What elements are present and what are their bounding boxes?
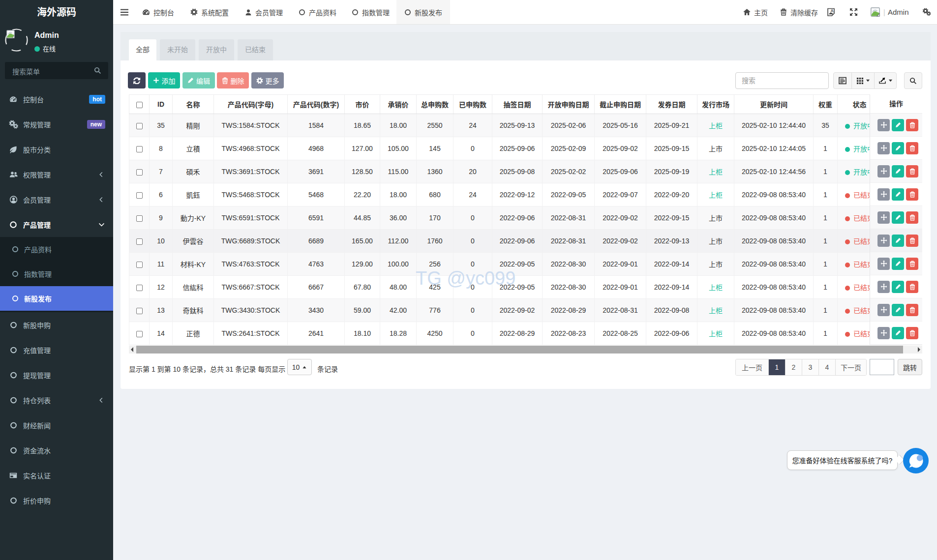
svg-text:A: A	[831, 8, 834, 13]
